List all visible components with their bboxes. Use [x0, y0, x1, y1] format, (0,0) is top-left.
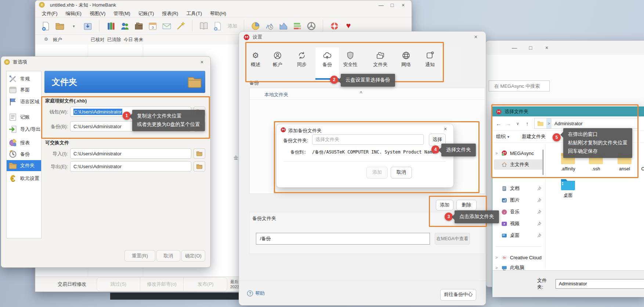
import-browse-button[interactable] — [193, 148, 205, 159]
sort-chevron-up-icon[interactable]: ^ — [360, 90, 362, 96]
column-header[interactable]: 已清除 — [107, 37, 121, 43]
column-header[interactable]: 已核对 — [91, 37, 105, 43]
view-in-mega-button[interactable]: 在MEGA中查看 — [435, 233, 470, 245]
folder-name-input[interactable]: Administrator — [556, 279, 644, 289]
tab-帐户[interactable]: 帐户 — [266, 47, 289, 80]
folder-label-.ssh[interactable]: .ssh — [583, 166, 609, 171]
recent-chevron-icon[interactable]: ∨ — [513, 121, 522, 126]
folder-label-C[interactable]: C — [630, 166, 644, 171]
column-header[interactable]: 将来 — [134, 37, 143, 43]
minimize-icon[interactable]: — — [509, 45, 520, 51]
toolbar-add-op-icon[interactable] — [213, 21, 222, 31]
breadcrumb-chevron-icon[interactable]: > — [546, 118, 551, 129]
toolbar-report-book-icon[interactable] — [199, 21, 209, 31]
toolbar-accounts-icon[interactable] — [106, 21, 116, 31]
close-icon[interactable]: × — [541, 45, 552, 51]
menu-item[interactable]: 记账(T) — [136, 9, 156, 18]
toolbar-chart-budget-icon[interactable] — [293, 21, 302, 31]
toolbar-lifebuoy-icon[interactable] — [330, 21, 339, 31]
sidebar-item-记账[interactable]: 记账 — [7, 112, 41, 123]
help-link[interactable]: ? 帮助 — [247, 290, 265, 297]
backup-folder-input[interactable]: 选择文件夹 — [312, 134, 424, 145]
prefs-button-确定(O)[interactable]: 确定(O) — [181, 250, 205, 261]
backup-center-button[interactable]: 前往备份中心 — [440, 289, 476, 301]
toolbar-vehicle-icon[interactable] — [307, 21, 316, 31]
toolbar-heart-icon[interactable]: ♥ — [344, 21, 353, 31]
folder-icon-桌面[interactable] — [560, 177, 576, 191]
folder-label-.affinity[interactable]: .affinity — [555, 166, 581, 171]
expander-chevron-icon[interactable]: > — [495, 266, 500, 270]
sidebar-item-欧元设置[interactable]: €欧元设置 — [7, 173, 41, 184]
expander-chevron-icon[interactable]: > — [495, 255, 500, 260]
toolbar-mail-icon[interactable] — [162, 21, 171, 31]
dialog-cancel-button[interactable]: 取消 — [391, 167, 412, 178]
forward-icon[interactable]: → — [503, 120, 513, 127]
minimize-icon[interactable]: — — [376, 2, 387, 8]
sidebar-item-视频[interactable]: 视频 — [494, 218, 544, 229]
sidebar-item-Creative Cloud[interactable]: >CcCreative Cloud — [494, 252, 544, 263]
sidebar-item-文档[interactable]: 文档 — [494, 183, 544, 194]
schedule-button[interactable]: 跳过(S) — [97, 278, 140, 291]
sidebar-item-备份[interactable]: 备份 — [7, 149, 41, 160]
column-header[interactable]: 账户 — [53, 37, 62, 43]
schedule-button[interactable]: 修改并邮寄(o) — [140, 278, 184, 291]
add-folder-button[interactable]: 添加 — [436, 200, 453, 210]
menu-item[interactable]: 编辑(E) — [64, 9, 84, 18]
dialog-add-button[interactable]: 添加 — [366, 167, 388, 178]
toolbar-save-icon[interactable] — [83, 21, 93, 31]
toolbar-chart-trend-icon[interactable] — [279, 21, 288, 31]
toolbar-assistant-icon[interactable] — [176, 21, 185, 31]
backup-path-input[interactable]: /备份 — [256, 233, 430, 245]
close-icon[interactable]: × — [470, 34, 481, 40]
toolbar-open-folder-icon[interactable] — [55, 21, 65, 31]
new-folder-button[interactable]: 新建文件夹 — [522, 133, 546, 140]
sidebar-item-主文件夹[interactable]: 主文件夹 — [494, 159, 544, 170]
local-folder-column-header[interactable]: 本地文件夹 — [264, 91, 288, 98]
folder-label-桌面[interactable]: 桌面 — [555, 192, 581, 199]
menu-item[interactable]: 帮助(H) — [208, 9, 228, 18]
up-icon[interactable]: ↑ — [522, 120, 532, 127]
breadcrumb[interactable]: Administrator — [554, 121, 583, 126]
sidebar-item-文件夹[interactable]: 文件夹 — [7, 160, 41, 171]
menu-item[interactable]: 工具(T) — [184, 9, 204, 18]
close-icon[interactable]: × — [196, 59, 207, 65]
tab-概述[interactable]: ⚙概述 — [244, 47, 267, 80]
sidebar-item-界面[interactable]: 界面 — [7, 84, 41, 95]
schedule-button[interactable]: 发布(P) — [184, 278, 227, 291]
toolbar-payees-icon[interactable] — [120, 21, 130, 31]
sidebar-item-图片[interactable]: 图片 — [494, 195, 544, 205]
tab-通知[interactable]: 通知 — [418, 47, 442, 80]
maximize-icon[interactable]: □ — [387, 2, 398, 8]
sidebar-item-常规[interactable]: 常规 — [7, 73, 41, 84]
import-folder-input[interactable]: C:\Users\Administrator — [70, 148, 191, 159]
toolbar-categories-icon[interactable] — [134, 21, 144, 31]
maximize-icon[interactable]: □ — [525, 45, 536, 51]
gear-icon[interactable]: ⚙ — [44, 36, 48, 42]
organize-button[interactable]: 组织 ▾ — [496, 133, 509, 140]
sidebar-scrollbar[interactable] — [542, 149, 544, 175]
column-header[interactable]: 今日 — [124, 37, 133, 43]
export-folder-input[interactable]: C:\Users\Administrator — [70, 161, 191, 171]
prefs-button-重置(R)[interactable]: 重置(R) — [124, 250, 155, 261]
address-bar[interactable]: > Administrator — [534, 118, 638, 129]
toolbar-chart-time-icon[interactable] — [265, 21, 274, 31]
toolbar-new-file-icon[interactable] — [41, 21, 51, 31]
close-icon[interactable]: × — [441, 126, 450, 132]
expander-chevron-icon[interactable]: > — [495, 151, 500, 155]
menu-item[interactable]: 报表(R) — [160, 9, 180, 18]
tab-同步[interactable]: 同步 — [290, 47, 314, 80]
back-icon[interactable]: ← — [494, 120, 503, 127]
menu-item[interactable]: 视图(V) — [87, 9, 108, 18]
sidebar-item-导入/导出[interactable]: 导入/导出 — [7, 124, 41, 135]
prefs-button-取消[interactable]: 取消 — [156, 250, 180, 261]
menu-item[interactable]: 文件(F) — [40, 9, 60, 18]
toolbar-calendar-icon[interactable]: 3 — [148, 21, 158, 31]
toolbar-chart-pie-icon[interactable] — [251, 21, 260, 31]
export-browse-button[interactable] — [193, 161, 205, 171]
close-icon[interactable]: × — [398, 2, 409, 8]
sidebar-item-音乐[interactable]: ♪音乐 — [494, 207, 544, 217]
tab-备份[interactable]: 备份 — [315, 47, 339, 80]
tab-网络[interactable]: 网络 — [394, 47, 418, 80]
sidebar-item-语言区域[interactable]: 语言区域 — [7, 96, 41, 107]
menu-item[interactable]: 管理(M) — [111, 9, 133, 18]
